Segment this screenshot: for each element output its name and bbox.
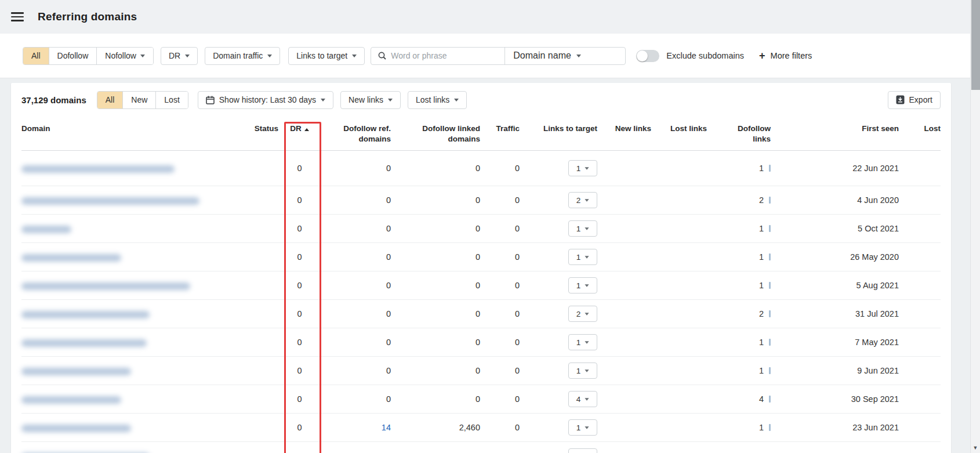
dofollow-links-cell: 1 — [707, 414, 771, 442]
scope-tab-new[interactable]: New — [123, 92, 156, 108]
filter-tab-all[interactable]: All — [23, 48, 49, 64]
lost-cell — [899, 215, 941, 243]
column-header-new-links[interactable]: New links — [597, 117, 651, 151]
status-cell — [246, 243, 278, 271]
results-card: 37,129 domains All New Lost Show history… — [11, 83, 951, 453]
dr-cell: 0 — [278, 186, 321, 215]
links-to-target-dropdown[interactable]: 2 — [568, 306, 597, 322]
column-header-dofollow-linked-domains[interactable]: Dofollow linkeddomains — [391, 117, 480, 151]
column-header-lost-links[interactable]: Lost links — [651, 117, 707, 151]
lost-links-button[interactable]: Lost links — [408, 91, 467, 109]
dofollow-linked-domains-cell: 2,460 — [391, 414, 480, 442]
first-seen-cell: 6 Jun 2021 — [771, 442, 899, 453]
dofollow-links-sparkline — [769, 165, 771, 172]
chevron-down-icon — [585, 168, 589, 171]
new-links-cell — [597, 151, 651, 186]
dr-cell: 0 — [278, 243, 321, 271]
column-header-status[interactable]: Status — [246, 117, 278, 151]
first-seen-cell: 26 May 2020 — [771, 243, 899, 271]
links-to-target-filter-button[interactable]: Links to target — [288, 47, 365, 65]
links-to-target-dropdown[interactable]: 2 — [568, 192, 597, 208]
links-to-target-dropdown[interactable]: 1 — [568, 220, 597, 237]
referring-domains-table: Domain Status DR Dofollow ref.domains Do… — [21, 117, 941, 453]
lost-links-cell — [651, 414, 707, 442]
chevron-down-icon — [585, 200, 589, 202]
export-button[interactable]: Export — [888, 91, 941, 109]
scrollbar-thumb[interactable] — [971, 0, 980, 90]
chevron-down-icon — [140, 55, 145, 57]
links-to-target-dropdown[interactable]: 1 — [568, 448, 597, 453]
dofollow-links-cell: 1 — [707, 357, 771, 385]
search-input[interactable] — [391, 51, 489, 60]
filter-tab-nofollow[interactable]: Nofollow — [97, 48, 153, 64]
status-cell — [246, 414, 278, 442]
chevron-down-icon — [388, 99, 393, 102]
links-to-target-dropdown[interactable]: 1 — [568, 419, 597, 436]
status-cell — [246, 385, 278, 414]
domain-link-blurred[interactable] — [21, 311, 150, 318]
status-cell — [246, 357, 278, 385]
domain-link-blurred[interactable] — [21, 197, 199, 205]
domain-link-blurred[interactable] — [21, 226, 71, 233]
filter-bar: All Dofollow Nofollow DR Domain traffic … — [0, 34, 970, 78]
dr-cell: 0 — [278, 385, 321, 414]
first-seen-cell: 5 Oct 2021 — [771, 215, 899, 243]
dr-cell: 0 — [278, 414, 321, 442]
status-cell — [246, 271, 278, 300]
traffic-cell: 0 — [480, 300, 520, 328]
dofollow-linked-domains-cell: 0 — [391, 328, 480, 357]
domain-link-blurred[interactable] — [21, 425, 131, 432]
more-filters-button[interactable]: + More filters — [759, 50, 812, 61]
first-seen-cell: 23 Jun 2021 — [771, 414, 899, 442]
column-header-traffic[interactable]: Traffic — [480, 117, 520, 151]
scrollbar-down-arrow[interactable]: ▼ — [971, 445, 980, 451]
new-links-cell — [597, 243, 651, 271]
links-to-target-dropdown[interactable]: 1 — [568, 363, 597, 379]
domain-link-blurred[interactable] — [21, 254, 121, 262]
domain-link-blurred[interactable] — [21, 396, 121, 404]
column-header-first-seen[interactable]: First seen — [771, 117, 899, 151]
toggle-knob — [637, 50, 648, 61]
dofollow-links-sparkline — [769, 225, 771, 232]
status-cell — [246, 215, 278, 243]
new-links-cell — [597, 385, 651, 414]
links-to-target-dropdown[interactable]: 1 — [568, 334, 597, 350]
domain-link-blurred[interactable] — [21, 339, 147, 347]
dr-cell: 0 — [278, 300, 321, 328]
dr-cell: 0 — [278, 328, 321, 357]
domain-link-blurred[interactable] — [21, 282, 190, 290]
lost-cell — [899, 186, 941, 215]
column-header-dr[interactable]: DR — [278, 117, 321, 151]
domain-traffic-filter-button[interactable]: Domain traffic — [205, 47, 280, 65]
table-row: 0 0 0 0 1 1 5 Aug 2021 — [21, 271, 941, 300]
new-links-button[interactable]: New links — [340, 91, 401, 109]
vertical-scrollbar[interactable]: ▼ — [970, 0, 980, 453]
page-title: Referring domains — [38, 10, 137, 23]
traffic-cell: 0 — [480, 243, 520, 271]
hamburger-menu-icon[interactable] — [11, 12, 24, 21]
filter-tab-dofollow[interactable]: Dofollow — [49, 48, 97, 64]
column-header-dofollow-links[interactable]: Dofollowlinks — [707, 117, 771, 151]
links-to-target-dropdown[interactable]: 1 — [568, 249, 597, 265]
domain-link-blurred[interactable] — [21, 165, 175, 173]
status-cell — [246, 151, 278, 186]
domain-link-blurred[interactable] — [21, 368, 131, 375]
scope-tab-lost[interactable]: Lost — [156, 92, 187, 108]
links-to-target-dropdown[interactable]: 1 — [568, 160, 597, 176]
dofollow-links-sparkline — [769, 253, 771, 260]
dr-filter-button[interactable]: DR — [161, 47, 198, 65]
column-header-lost[interactable]: Lost — [899, 117, 941, 151]
show-history-button[interactable]: Show history: Last 30 days — [198, 91, 333, 109]
links-to-target-dropdown[interactable]: 1 — [568, 277, 597, 293]
scope-tab-all[interactable]: All — [97, 92, 124, 108]
links-to-target-dropdown[interactable]: 4 — [568, 391, 597, 407]
exclude-subdomains-label: Exclude subdomains — [666, 51, 744, 60]
exclude-subdomains-toggle[interactable] — [636, 50, 659, 62]
domain-name-select[interactable]: Domain name — [504, 48, 625, 64]
column-header-links-to-target[interactable]: Links to target — [520, 117, 597, 151]
column-header-dofollow-ref-domains[interactable]: Dofollow ref.domains — [321, 117, 391, 151]
column-header-domain[interactable]: Domain — [21, 117, 246, 151]
dofollow-links-sparkline — [769, 396, 771, 403]
search-box — [371, 48, 504, 64]
dofollow-ref-domains-link[interactable]: 14 — [382, 423, 391, 432]
